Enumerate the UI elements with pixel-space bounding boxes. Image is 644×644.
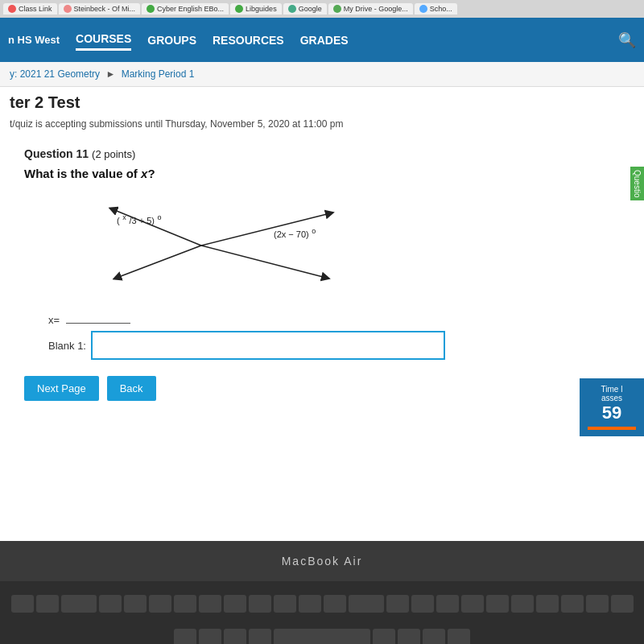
- keyboard-area: [0, 581, 644, 644]
- key[interactable]: [224, 595, 246, 613]
- key[interactable]: [461, 595, 484, 613]
- key[interactable]: [149, 595, 171, 613]
- breadcrumb-period[interactable]: Marking Period 1: [122, 68, 195, 80]
- svg-text:(2x − 70)
          o: (2x − 70) o: [274, 227, 316, 240]
- key[interactable]: [324, 595, 346, 613]
- key[interactable]: [373, 629, 395, 644]
- key[interactable]: [536, 595, 559, 613]
- timer-label-line2: asses: [588, 394, 636, 402]
- key[interactable]: [299, 595, 321, 613]
- submission-notice: t/quiz is accepting submissions until Th…: [0, 115, 644, 139]
- key[interactable]: [174, 629, 196, 644]
- key[interactable]: [386, 595, 409, 613]
- key[interactable]: [199, 629, 221, 644]
- key[interactable]: [448, 629, 470, 644]
- tab-school[interactable]: Scho...: [415, 3, 457, 14]
- key[interactable]: [249, 629, 271, 644]
- question-nav-bar[interactable]: Questio: [630, 167, 644, 200]
- question-text: What is the value of x?: [24, 167, 620, 180]
- key[interactable]: [99, 595, 122, 613]
- nav-grades[interactable]: GRADES: [300, 31, 349, 50]
- nav-bar: n HS West COURSES GROUPS RESOURCES GRADE…: [0, 18, 644, 62]
- svg-line-1: [117, 246, 201, 278]
- school-name: n HS West: [8, 34, 60, 46]
- screen: n HS West COURSES GROUPS RESOURCES GRADE…: [0, 18, 644, 541]
- key[interactable]: [11, 595, 34, 613]
- button-row: Next Page Back: [24, 376, 620, 401]
- key[interactable]: [61, 595, 97, 613]
- key[interactable]: [411, 595, 434, 613]
- diagram-container: ( x /3 + 5) o (2x − 70) o: [40, 193, 604, 298]
- key[interactable]: [124, 595, 147, 613]
- svg-line-3: [201, 246, 326, 278]
- key[interactable]: [561, 595, 584, 613]
- question-block: Question 11 (2 points) What is the value…: [24, 147, 620, 360]
- key[interactable]: [611, 595, 634, 613]
- tab-steinbeck[interactable]: Steinbeck - Of Mi...: [59, 3, 141, 14]
- next-page-button[interactable]: Next Page: [24, 376, 99, 401]
- blank-label: Blank 1:: [48, 331, 596, 360]
- key[interactable]: [174, 595, 196, 613]
- search-icon[interactable]: 🔍: [618, 31, 636, 49]
- tab-cyberenglish[interactable]: Cyber English EBo...: [142, 3, 229, 14]
- geometry-diagram: ( x /3 + 5) o (2x − 70) o: [40, 193, 378, 290]
- nav-resources[interactable]: RESOURCES: [213, 31, 284, 50]
- question-header: Question 11 (2 points): [24, 147, 620, 160]
- key[interactable]: [249, 595, 271, 613]
- laptop-bezel: MacBook Air: [0, 541, 644, 581]
- key[interactable]: [36, 595, 59, 613]
- macbook-label: MacBook Air: [282, 555, 363, 568]
- key[interactable]: [511, 595, 534, 613]
- key[interactable]: [586, 595, 609, 613]
- key[interactable]: [274, 595, 296, 613]
- nav-courses[interactable]: COURSES: [76, 29, 131, 51]
- timer-bar: [588, 427, 636, 430]
- svg-text:(
          x
          /3 + 5: ( x /3 + 5) o: [117, 213, 162, 226]
- breadcrumb-course[interactable]: y: 2021 21 Geometry: [10, 68, 100, 80]
- browser-tabs: Class Link Steinbeck - Of Mi... Cyber En…: [0, 0, 644, 18]
- blank-1-input[interactable]: [91, 331, 445, 360]
- page-title: ter 2 Test: [0, 87, 644, 115]
- back-button[interactable]: Back: [107, 376, 156, 401]
- tab-libguides[interactable]: Libguides: [230, 3, 282, 14]
- tab-mydrive[interactable]: My Drive - Google...: [328, 3, 413, 14]
- timer-value: 59: [588, 402, 636, 423]
- space-key[interactable]: [274, 629, 370, 644]
- tab-classlink[interactable]: Class Link: [3, 3, 57, 14]
- breadcrumb: y: 2021 21 Geometry ► Marking Period 1: [0, 62, 644, 87]
- nav-groups[interactable]: GROUPS: [147, 31, 196, 50]
- tab-google[interactable]: Google: [283, 3, 327, 14]
- key[interactable]: [224, 629, 246, 644]
- key[interactable]: [349, 595, 384, 613]
- key[interactable]: [436, 595, 459, 613]
- x-equals-label: x=: [48, 314, 596, 326]
- key[interactable]: [423, 629, 445, 644]
- key[interactable]: [486, 595, 509, 613]
- key[interactable]: [398, 629, 420, 644]
- timer-label-line1: Time l: [588, 385, 636, 394]
- key[interactable]: [199, 595, 221, 613]
- answer-area: x= Blank 1:: [48, 314, 596, 360]
- timer-box: Time l asses 59: [580, 378, 644, 436]
- question-points: (2 points): [92, 148, 135, 160]
